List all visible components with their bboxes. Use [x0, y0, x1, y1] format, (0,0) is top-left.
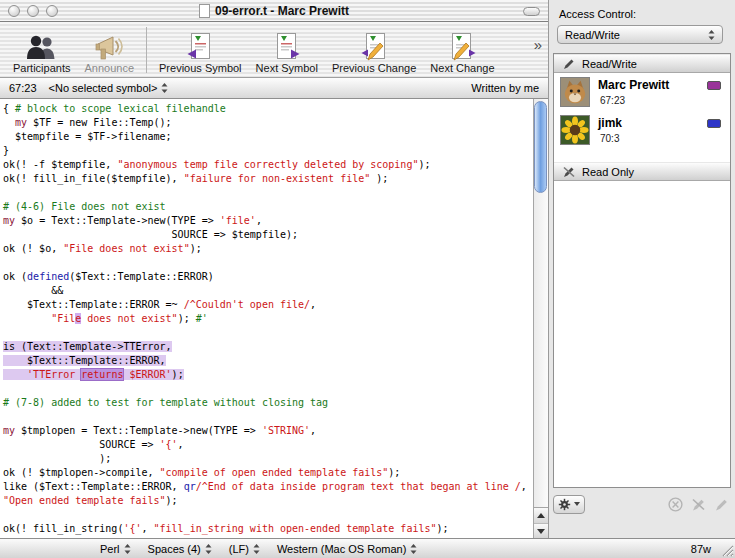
previous-change-icon	[361, 30, 388, 61]
toolbar-divider	[146, 27, 147, 73]
editor-pane: { # block to scope lexical filehandle my…	[0, 99, 548, 538]
code-line[interactable]	[3, 410, 533, 424]
arrow-down-icon	[537, 529, 545, 534]
code-line[interactable]: is (Text::Template->TTError,	[3, 340, 533, 354]
code-line[interactable]: }	[3, 144, 533, 158]
code-line[interactable]: ok(! fill_in_file($tempfile), "failure f…	[3, 172, 533, 186]
toolbar-toggle-button[interactable]	[523, 7, 540, 16]
code-line[interactable]: ok(! -f $tempfile, "anonymous temp file …	[3, 158, 533, 172]
participant-color-swatch[interactable]	[707, 119, 721, 128]
encoding-popup[interactable]: Western (Mac OS Roman)	[277, 543, 417, 555]
code-line[interactable]: $Text::Template::ERROR,	[3, 354, 533, 368]
participant-position: 67:23	[600, 95, 669, 106]
resize-grip[interactable]	[720, 543, 734, 557]
crossed-pencil-icon	[563, 166, 575, 178]
code-line[interactable]	[3, 382, 533, 396]
code-line[interactable]: my $tmplopen = Text::Template->new(TYPE …	[3, 424, 533, 438]
line-ending-popup[interactable]: (LF)	[229, 543, 260, 555]
popup-arrows-icon	[253, 544, 260, 554]
arrow-up-icon	[537, 513, 545, 518]
code-line[interactable]: # (4-6) File does not exist	[3, 200, 533, 214]
code-line[interactable]: SOURCE => $tempfile);	[3, 228, 533, 242]
participants-list: Read/Write Marc Prewit	[553, 53, 731, 488]
action-menu-button[interactable]	[553, 495, 585, 514]
symbol-popup[interactable]: <No selected symbol>	[49, 82, 169, 94]
participants-button[interactable]: Participants	[6, 26, 77, 74]
document-width-label: 87w	[691, 543, 711, 555]
previous-change-button[interactable]: Previous Change	[325, 26, 423, 74]
titlebar[interactable]: 09-error.t - Marc Prewitt	[0, 0, 548, 22]
remove-participant-icon[interactable]	[668, 497, 683, 512]
sunflower-avatar	[560, 115, 590, 145]
minimize-button[interactable]	[27, 5, 39, 17]
code-line[interactable]: &&	[3, 284, 533, 298]
scroll-down-button[interactable]	[534, 523, 548, 538]
toolbar: Participants Announce	[0, 22, 548, 78]
symbol-bar: 67:23 <No selected symbol> Written by me	[0, 78, 548, 99]
previous-symbol-button[interactable]: Previous Symbol	[152, 26, 249, 74]
code-line[interactable]: ok (! $tmplopen->compile, "compile of op…	[3, 466, 533, 480]
announce-icon	[94, 30, 124, 61]
scroll-up-button[interactable]	[534, 508, 548, 523]
popup-arrows-icon	[124, 544, 131, 554]
participant-color-swatch[interactable]	[707, 81, 721, 90]
code-line[interactable]	[3, 186, 533, 200]
revoke-write-icon[interactable]	[691, 497, 706, 512]
participant-row-jimk[interactable]: jimk 70:3	[554, 111, 730, 149]
cat-avatar	[560, 77, 590, 107]
permission-popup[interactable]: Read/Write	[557, 25, 723, 44]
participants-drawer: Access Control: Read/Write Read/Write	[548, 0, 735, 538]
scrollbar-buttons	[533, 507, 548, 538]
document-proxy-icon[interactable]	[199, 4, 210, 18]
code-line[interactable]: my $TF = new File::Temp();	[3, 116, 533, 130]
popup-arrows-icon	[708, 30, 715, 40]
toolbar-overflow-chevron[interactable]: »	[534, 36, 548, 67]
previous-symbol-icon	[187, 30, 213, 61]
status-bar: Perl Spaces (4) (LF) Western (Mac OS Rom…	[0, 538, 735, 558]
code-line[interactable]	[3, 508, 533, 522]
code-line[interactable]: # (7-8) added to test for template witho…	[3, 396, 533, 410]
code-line[interactable]: ok (! $o, "File does not exist");	[3, 242, 533, 256]
code-line[interactable]: "File does not exist"); #'	[3, 312, 533, 326]
next-change-button[interactable]: Next Change	[423, 26, 501, 74]
menu-caret-icon	[574, 502, 580, 506]
window-title: 09-error.t - Marc Prewitt	[215, 4, 349, 18]
code-line[interactable]: $tempfile = $TF->filename;	[3, 130, 533, 144]
empty-list-area	[554, 181, 730, 487]
code-line[interactable]: "Open ended template fails");	[3, 494, 533, 508]
popup-arrows-icon	[205, 544, 212, 554]
language-mode-popup[interactable]: Perl	[100, 543, 131, 555]
code-line[interactable]: $Text::Template::ERROR =~ /^Couldn't ope…	[3, 298, 533, 312]
code-line[interactable]: ok(! fill_in_string('{', "fill_in_string…	[3, 522, 533, 536]
code-line[interactable]: { # block to scope lexical filehandle	[3, 102, 533, 116]
code-line[interactable]: 'TTError returns $ERROR');	[3, 368, 533, 382]
close-button[interactable]	[8, 5, 20, 17]
code-line[interactable]	[3, 326, 533, 340]
code-line[interactable]: );	[3, 452, 533, 466]
code-line[interactable]: like ($Text::Template::ERROR, qr/^End of…	[3, 480, 533, 494]
tab-settings-popup[interactable]: Spaces (4)	[148, 543, 212, 555]
code-area[interactable]: { # block to scope lexical filehandle my…	[0, 99, 533, 538]
code-line[interactable]: ok (defined($Text::Template::ERROR)	[3, 270, 533, 284]
read-only-section-header[interactable]: Read Only	[554, 162, 730, 181]
code-line[interactable]: SOURCE => '{',	[3, 438, 533, 452]
scrollbar-thumb[interactable]	[534, 101, 547, 193]
access-control-label: Access Control:	[559, 8, 636, 20]
participant-row-marc[interactable]: Marc Prewitt 67:23	[554, 73, 730, 111]
grant-write-icon[interactable]	[714, 497, 729, 512]
title-area: 09-error.t - Marc Prewitt	[199, 4, 349, 18]
next-symbol-icon	[274, 30, 300, 61]
code-line[interactable]: my $o = Text::Template->new(TYPE => 'fil…	[3, 214, 533, 228]
zoom-button[interactable]	[46, 5, 58, 17]
vertical-scrollbar[interactable]	[533, 99, 548, 538]
read-write-section-header[interactable]: Read/Write	[554, 54, 730, 73]
announce-button[interactable]: Announce	[77, 26, 141, 74]
caret-position: 67:23	[9, 82, 37, 94]
code-line[interactable]	[3, 256, 533, 270]
drawer-action-bar	[553, 492, 731, 516]
subethaedit-window: 09-error.t - Marc Prewitt Participants	[0, 0, 735, 558]
written-by-label: Written by me	[471, 82, 539, 94]
next-change-icon	[449, 30, 476, 61]
window-controls	[8, 5, 58, 17]
next-symbol-button[interactable]: Next Symbol	[249, 26, 325, 74]
